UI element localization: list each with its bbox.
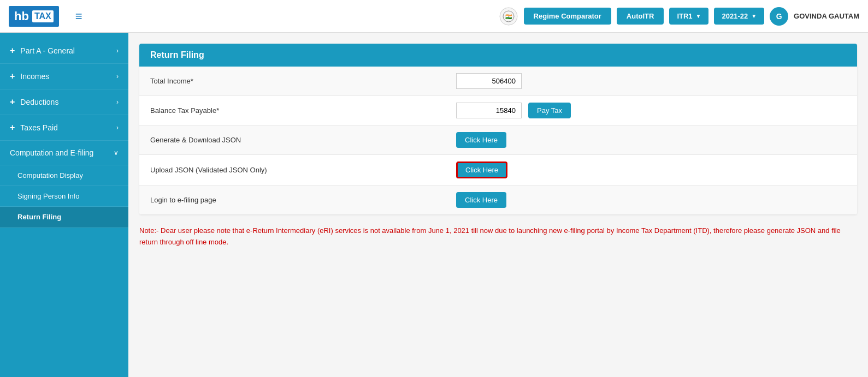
- header: hb TAX ≡ 🇮🇳 Regime Comparator AutoITR IT…: [0, 0, 868, 33]
- upload-json-button[interactable]: Click Here: [456, 161, 507, 178]
- main-content: Return Filing Total Income* Balance Tax …: [128, 33, 868, 377]
- balance-tax-label: Balance Tax Payable*: [150, 106, 456, 115]
- generate-json-button[interactable]: Click Here: [456, 132, 506, 148]
- hamburger-icon[interactable]: ≡: [75, 9, 82, 23]
- balance-tax-row: Balance Tax Payable* Pay Tax: [139, 96, 857, 125]
- sidebar-item-return-filing[interactable]: Return Filing: [0, 207, 128, 228]
- svg-text:🇮🇳: 🇮🇳: [505, 13, 512, 20]
- upload-json-row: Upload JSON (Validated JSON Only) Click …: [139, 155, 857, 185]
- card-title: Return Filing: [139, 44, 857, 67]
- logo: hb TAX: [9, 6, 59, 27]
- login-efiling-button[interactable]: Click Here: [456, 192, 506, 208]
- sidebar-item-computation-efiling[interactable]: Computation and E-filing ∨: [0, 141, 128, 165]
- generate-json-label: Generate & Download JSON: [150, 136, 456, 144]
- login-efiling-row: Login to e-filing page Click Here: [139, 185, 857, 214]
- chevron-right-icon: ›: [116, 47, 119, 55]
- india-emblem-icon: 🇮🇳: [499, 7, 518, 26]
- sidebar-label-incomes: Incomes: [20, 72, 49, 81]
- note-text: Note:- Dear user please note that e-Retu…: [139, 226, 841, 246]
- chevron-right-icon: ›: [116, 98, 119, 106]
- logo-tax: TAX: [32, 10, 54, 22]
- sidebar-label-taxes-paid: Taxes Paid: [20, 123, 57, 132]
- header-right: 🇮🇳 Regime Comparator AutoITR ITR1 ▼ 2021…: [499, 7, 859, 26]
- total-income-row: Total Income*: [139, 67, 857, 96]
- sidebar-label-part-a-general: Part A - General: [20, 46, 75, 55]
- return-filing-card: Return Filing Total Income* Balance Tax …: [139, 44, 857, 214]
- chevron-right-icon: ›: [116, 124, 119, 131]
- itr-dropdown-button[interactable]: ITR1 ▼: [669, 8, 708, 25]
- upload-json-label: Upload JSON (Validated JSON Only): [150, 166, 456, 174]
- regime-comparator-button[interactable]: Regime Comparator: [524, 8, 611, 25]
- total-income-label: Total Income*: [150, 77, 456, 85]
- plus-icon: +: [10, 97, 15, 107]
- generate-json-row: Generate & Download JSON Click Here: [139, 125, 857, 155]
- sidebar-item-deductions[interactable]: + Deductions ›: [0, 89, 128, 115]
- plus-icon: +: [10, 46, 15, 56]
- login-efiling-label: Login to e-filing page: [150, 196, 456, 204]
- plus-icon: +: [10, 71, 15, 81]
- user-avatar: G: [770, 7, 788, 26]
- sidebar-item-part-a-general[interactable]: + Part A - General ›: [0, 38, 128, 64]
- chevron-down-icon: ∨: [114, 149, 119, 157]
- year-dropdown-arrow-icon: ▼: [751, 13, 757, 19]
- autoitr-button[interactable]: AutoITR: [617, 8, 664, 25]
- logo-hb: hb: [14, 9, 29, 23]
- sidebar: + Part A - General › + Incomes › + Deduc…: [0, 33, 128, 377]
- sidebar-label-deductions: Deductions: [20, 98, 58, 106]
- sidebar-item-taxes-paid[interactable]: + Taxes Paid ›: [0, 115, 128, 141]
- chevron-right-icon: ›: [116, 73, 119, 80]
- sidebar-item-computation-display[interactable]: Computation Display: [0, 165, 128, 186]
- sidebar-item-incomes[interactable]: + Incomes ›: [0, 64, 128, 89]
- sidebar-item-signing-person-info[interactable]: Signing Person Info: [0, 186, 128, 207]
- user-name: GOVINDA GAUTAM: [794, 12, 859, 20]
- pay-tax-button[interactable]: Pay Tax: [528, 103, 571, 118]
- total-income-input[interactable]: [456, 73, 522, 89]
- itr-dropdown-arrow-icon: ▼: [696, 13, 701, 19]
- note-section: Note:- Dear user please note that e-Retu…: [139, 225, 857, 248]
- plus-icon: +: [10, 123, 15, 133]
- layout: + Part A - General › + Incomes › + Deduc…: [0, 33, 868, 377]
- balance-tax-input[interactable]: [456, 103, 522, 118]
- card-body: Total Income* Balance Tax Payable* Pay T…: [139, 67, 857, 214]
- year-dropdown-button[interactable]: 2021-22 ▼: [714, 8, 764, 25]
- sidebar-label-computation-efiling: Computation and E-filing: [10, 148, 93, 157]
